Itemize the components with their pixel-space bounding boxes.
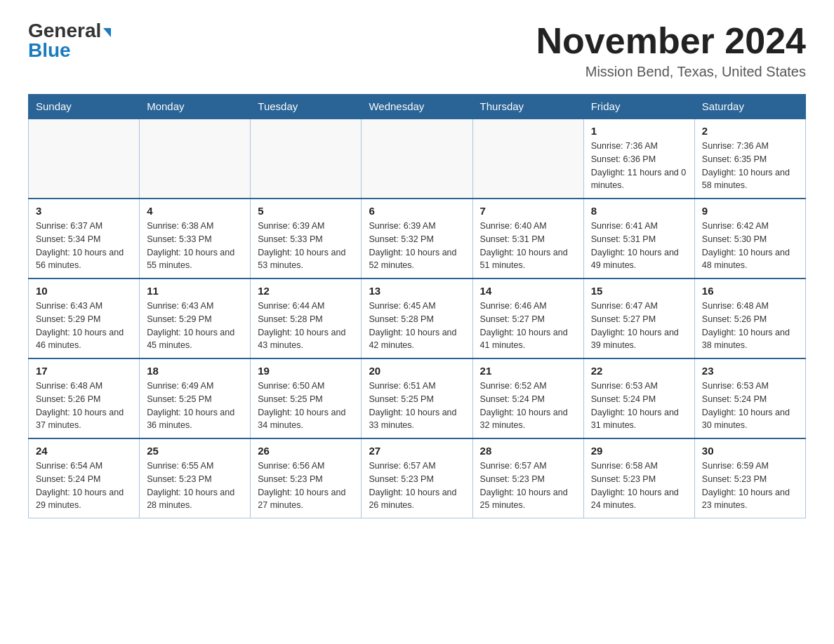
- calendar-cell: [29, 119, 140, 199]
- calendar-cell: 21Sunrise: 6:52 AMSunset: 5:24 PMDayligh…: [472, 358, 583, 438]
- calendar-cell: 19Sunrise: 6:50 AMSunset: 5:25 PMDayligh…: [251, 358, 362, 438]
- day-number: 25: [147, 445, 243, 457]
- day-info: Sunrise: 6:38 AMSunset: 5:33 PMDaylight:…: [147, 220, 243, 272]
- calendar-cell: 10Sunrise: 6:43 AMSunset: 5:29 PMDayligh…: [29, 279, 140, 358]
- calendar-header-row: SundayMondayTuesdayWednesdayThursdayFrid…: [29, 95, 806, 119]
- day-info: Sunrise: 6:37 AMSunset: 5:34 PMDaylight:…: [36, 220, 132, 272]
- week-row-1: 1Sunrise: 7:36 AMSunset: 6:36 PMDaylight…: [29, 119, 806, 199]
- calendar-cell: 3Sunrise: 6:37 AMSunset: 5:34 PMDaylight…: [29, 199, 140, 279]
- logo-arrow-icon: [103, 28, 111, 37]
- day-info: Sunrise: 6:53 AMSunset: 5:24 PMDaylight:…: [702, 380, 798, 432]
- day-info: Sunrise: 6:54 AMSunset: 5:24 PMDaylight:…: [36, 459, 132, 512]
- day-info: Sunrise: 6:45 AMSunset: 5:28 PMDaylight:…: [369, 300, 465, 352]
- day-number: 16: [702, 285, 798, 297]
- calendar-cell: 25Sunrise: 6:55 AMSunset: 5:23 PMDayligh…: [140, 438, 251, 518]
- day-number: 22: [591, 365, 687, 377]
- calendar-cell: 15Sunrise: 6:47 AMSunset: 5:27 PMDayligh…: [583, 279, 694, 358]
- day-info: Sunrise: 6:43 AMSunset: 5:29 PMDaylight:…: [36, 300, 132, 352]
- day-info: Sunrise: 6:48 AMSunset: 5:26 PMDaylight:…: [36, 380, 132, 432]
- calendar-cell: 30Sunrise: 6:59 AMSunset: 5:23 PMDayligh…: [694, 438, 805, 518]
- day-number: 9: [702, 205, 798, 217]
- calendar-cell: 8Sunrise: 6:41 AMSunset: 5:31 PMDaylight…: [583, 199, 694, 279]
- calendar-cell: [472, 119, 583, 199]
- week-row-4: 17Sunrise: 6:48 AMSunset: 5:26 PMDayligh…: [29, 358, 806, 438]
- calendar-cell: 13Sunrise: 6:45 AMSunset: 5:28 PMDayligh…: [362, 279, 472, 358]
- logo: General Blue: [28, 21, 111, 60]
- logo-general-text: General: [28, 21, 101, 41]
- day-info: Sunrise: 6:57 AMSunset: 5:23 PMDaylight:…: [369, 459, 465, 512]
- calendar-cell: 14Sunrise: 6:46 AMSunset: 5:27 PMDayligh…: [472, 279, 583, 358]
- day-number: 26: [258, 445, 354, 457]
- week-row-2: 3Sunrise: 6:37 AMSunset: 5:34 PMDaylight…: [29, 199, 806, 279]
- day-info: Sunrise: 6:39 AMSunset: 5:32 PMDaylight:…: [369, 220, 465, 272]
- day-info: Sunrise: 6:53 AMSunset: 5:24 PMDaylight:…: [591, 380, 687, 432]
- day-number: 4: [147, 205, 243, 217]
- day-info: Sunrise: 6:56 AMSunset: 5:23 PMDaylight:…: [258, 459, 354, 512]
- calendar-cell: 17Sunrise: 6:48 AMSunset: 5:26 PMDayligh…: [29, 358, 140, 438]
- day-number: 15: [591, 285, 687, 297]
- calendar-cell: 27Sunrise: 6:57 AMSunset: 5:23 PMDayligh…: [362, 438, 472, 518]
- calendar-cell: 22Sunrise: 6:53 AMSunset: 5:24 PMDayligh…: [583, 358, 694, 438]
- column-header-monday: Monday: [140, 95, 251, 119]
- title-block: November 2024 Mission Bend, Texas, Unite…: [536, 21, 806, 80]
- day-number: 17: [36, 365, 132, 377]
- page-subtitle: Mission Bend, Texas, United States: [536, 64, 806, 80]
- logo-blue-text: Blue: [28, 41, 71, 60]
- column-header-wednesday: Wednesday: [362, 95, 472, 119]
- page-title: November 2024: [536, 21, 806, 61]
- calendar-cell: 11Sunrise: 6:43 AMSunset: 5:29 PMDayligh…: [140, 279, 251, 358]
- calendar-cell: 24Sunrise: 6:54 AMSunset: 5:24 PMDayligh…: [29, 438, 140, 518]
- day-number: 7: [480, 205, 576, 217]
- day-info: Sunrise: 6:47 AMSunset: 5:27 PMDaylight:…: [591, 300, 687, 352]
- calendar-cell: 23Sunrise: 6:53 AMSunset: 5:24 PMDayligh…: [694, 358, 805, 438]
- day-number: 8: [591, 205, 687, 217]
- day-number: 27: [369, 445, 465, 457]
- day-info: Sunrise: 6:51 AMSunset: 5:25 PMDaylight:…: [369, 380, 465, 432]
- calendar-cell: 9Sunrise: 6:42 AMSunset: 5:30 PMDaylight…: [694, 199, 805, 279]
- day-number: 18: [147, 365, 243, 377]
- day-info: Sunrise: 6:42 AMSunset: 5:30 PMDaylight:…: [702, 220, 798, 272]
- calendar-cell: 29Sunrise: 6:58 AMSunset: 5:23 PMDayligh…: [583, 438, 694, 518]
- calendar-cell: 16Sunrise: 6:48 AMSunset: 5:26 PMDayligh…: [694, 279, 805, 358]
- page-header: General Blue November 2024 Mission Bend,…: [28, 21, 806, 80]
- day-number: 3: [36, 205, 132, 217]
- calendar-cell: [362, 119, 472, 199]
- day-number: 13: [369, 285, 465, 297]
- day-info: Sunrise: 6:44 AMSunset: 5:28 PMDaylight:…: [258, 300, 354, 352]
- calendar-cell: 12Sunrise: 6:44 AMSunset: 5:28 PMDayligh…: [251, 279, 362, 358]
- column-header-thursday: Thursday: [472, 95, 583, 119]
- day-number: 28: [480, 445, 576, 457]
- day-number: 23: [702, 365, 798, 377]
- day-number: 11: [147, 285, 243, 297]
- day-number: 6: [369, 205, 465, 217]
- calendar-cell: 5Sunrise: 6:39 AMSunset: 5:33 PMDaylight…: [251, 199, 362, 279]
- day-info: Sunrise: 7:36 AMSunset: 6:36 PMDaylight:…: [591, 140, 687, 192]
- week-row-5: 24Sunrise: 6:54 AMSunset: 5:24 PMDayligh…: [29, 438, 806, 518]
- day-info: Sunrise: 6:57 AMSunset: 5:23 PMDaylight:…: [480, 459, 576, 512]
- day-number: 10: [36, 285, 132, 297]
- day-info: Sunrise: 6:41 AMSunset: 5:31 PMDaylight:…: [591, 220, 687, 272]
- column-header-friday: Friday: [583, 95, 694, 119]
- calendar-table: SundayMondayTuesdayWednesdayThursdayFrid…: [28, 94, 806, 518]
- day-info: Sunrise: 6:40 AMSunset: 5:31 PMDaylight:…: [480, 220, 576, 272]
- calendar-cell: 4Sunrise: 6:38 AMSunset: 5:33 PMDaylight…: [140, 199, 251, 279]
- column-header-saturday: Saturday: [694, 95, 805, 119]
- calendar-cell: [140, 119, 251, 199]
- day-info: Sunrise: 6:43 AMSunset: 5:29 PMDaylight:…: [147, 300, 243, 352]
- day-number: 21: [480, 365, 576, 377]
- day-number: 19: [258, 365, 354, 377]
- calendar-cell: 1Sunrise: 7:36 AMSunset: 6:36 PMDaylight…: [583, 119, 694, 199]
- day-info: Sunrise: 6:50 AMSunset: 5:25 PMDaylight:…: [258, 380, 354, 432]
- day-info: Sunrise: 6:39 AMSunset: 5:33 PMDaylight:…: [258, 220, 354, 272]
- day-number: 14: [480, 285, 576, 297]
- calendar-cell: 26Sunrise: 6:56 AMSunset: 5:23 PMDayligh…: [251, 438, 362, 518]
- week-row-3: 10Sunrise: 6:43 AMSunset: 5:29 PMDayligh…: [29, 279, 806, 358]
- day-info: Sunrise: 6:58 AMSunset: 5:23 PMDaylight:…: [591, 459, 687, 512]
- day-number: 12: [258, 285, 354, 297]
- day-info: Sunrise: 6:59 AMSunset: 5:23 PMDaylight:…: [702, 459, 798, 512]
- calendar-cell: 20Sunrise: 6:51 AMSunset: 5:25 PMDayligh…: [362, 358, 472, 438]
- column-header-tuesday: Tuesday: [251, 95, 362, 119]
- day-info: Sunrise: 6:48 AMSunset: 5:26 PMDaylight:…: [702, 300, 798, 352]
- calendar-cell: 7Sunrise: 6:40 AMSunset: 5:31 PMDaylight…: [472, 199, 583, 279]
- day-info: Sunrise: 7:36 AMSunset: 6:35 PMDaylight:…: [702, 140, 798, 192]
